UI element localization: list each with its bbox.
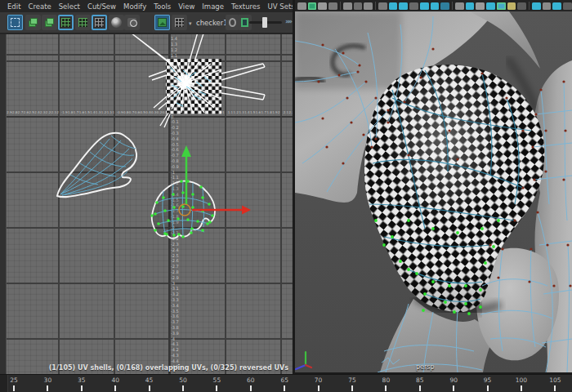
uv-left-edge-strip xyxy=(0,34,7,374)
viewport-toolbar-icon-17[interactable] xyxy=(455,2,464,10)
slider-handle[interactable] xyxy=(262,17,267,28)
sphere-icon xyxy=(111,17,122,28)
panel-divider[interactable] xyxy=(293,0,295,374)
image-icon xyxy=(158,18,167,27)
viewport-toolbar-icon-7[interactable] xyxy=(364,2,373,10)
frame-tick[interactable] xyxy=(318,385,320,391)
frame-number-label: 95 xyxy=(478,376,498,384)
maya-window: EditCreateSelectCut/SewModifyToolsViewIm… xyxy=(0,0,572,392)
frame-tick[interactable] xyxy=(487,385,489,391)
viewport-toolbar-icon-22[interactable] xyxy=(507,2,516,10)
menu-item-select[interactable]: Select xyxy=(59,2,80,11)
time-slider[interactable]: 253035404550556065707580859095100105 xyxy=(0,374,572,392)
green-grid-icon xyxy=(61,18,70,27)
viewport-toolbar-icon-10[interactable] xyxy=(389,2,398,10)
viewport-toolbar-icon-19[interactable] xyxy=(476,2,485,10)
frame-number-label: 90 xyxy=(444,376,463,384)
texture-borders-button[interactable] xyxy=(58,15,74,30)
x-axis-arrowhead[interactable] xyxy=(242,206,251,215)
frame-number-label: 50 xyxy=(173,376,193,384)
image-ratio-button[interactable] xyxy=(172,15,187,30)
frame-tick[interactable] xyxy=(554,385,556,391)
viewport-toolbar-icon-12[interactable] xyxy=(409,2,418,10)
frame-tick[interactable] xyxy=(216,385,217,391)
green-cube-arrow-icon xyxy=(45,18,54,27)
frame-tick[interactable] xyxy=(114,385,116,391)
menu-item-image[interactable]: Image xyxy=(202,2,224,11)
checker-texture-tile xyxy=(124,34,265,127)
expand-toolbar-chevrons[interactable]: »» xyxy=(285,17,291,25)
grid-display-button[interactable] xyxy=(75,15,91,30)
green-frame-icon xyxy=(241,18,248,27)
viewport-toolbar-icon-6[interactable] xyxy=(354,2,363,10)
menu-item-modify[interactable]: Modify xyxy=(123,2,146,11)
frame-tick[interactable] xyxy=(47,385,48,391)
viewport-toolbar-icon-13[interactable] xyxy=(420,2,429,10)
viewport-toolbar-icon-25[interactable] xyxy=(532,2,541,10)
green-cubes-icon xyxy=(29,18,38,27)
frame-tick[interactable] xyxy=(385,385,387,391)
checkered-tiles-button[interactable] xyxy=(92,15,107,30)
frame-number-label: 25 xyxy=(4,376,24,384)
menu-item-view[interactable]: View xyxy=(178,2,194,11)
viewport-toolbar-separator xyxy=(529,2,530,10)
uv-editor-menubar: EditCreateSelectCut/SewModifyToolsViewIm… xyxy=(0,0,293,12)
viewport-3d-view[interactable]: persp xyxy=(295,11,572,372)
viewport-toolbar-separator xyxy=(452,2,453,10)
frame-tick[interactable] xyxy=(13,385,15,391)
viewport-toolbar-icon-1[interactable] xyxy=(308,2,317,10)
viewport-toolbar-icon-15[interactable] xyxy=(440,2,449,10)
image-dim-slider[interactable] xyxy=(249,21,282,24)
frame-number-label: 70 xyxy=(309,376,328,384)
frame-number-label: 45 xyxy=(140,376,159,384)
frame-tick[interactable] xyxy=(250,385,252,391)
viewport-toolbar-icon-2[interactable] xyxy=(318,2,327,10)
dashed-square-icon xyxy=(11,18,20,27)
uv-canvas[interactable]: (1/105) UV shells, (0/168) overlapping U… xyxy=(0,34,293,374)
viewport-toolbar-icon-26[interactable] xyxy=(543,2,552,10)
frame-number-label: 30 xyxy=(38,376,57,384)
y-axis-arrowhead[interactable] xyxy=(181,145,191,157)
frame-tick[interactable] xyxy=(149,385,150,391)
frame-tick[interactable] xyxy=(351,385,353,391)
menu-item-tools[interactable]: Tools xyxy=(154,2,171,11)
frame-number-label: 75 xyxy=(342,376,362,384)
texture-dropdown-caret[interactable]: ▾ xyxy=(189,20,192,27)
frame-tick[interactable] xyxy=(182,385,184,391)
viewport-toolbar-icon-9[interactable] xyxy=(378,2,387,10)
menu-item-cut-sew[interactable]: Cut/Sew xyxy=(87,2,116,11)
frame-tick[interactable] xyxy=(81,385,83,391)
green-grid-icon xyxy=(78,18,87,27)
dim-image-button[interactable] xyxy=(109,15,124,30)
flip-uvs-button[interactable] xyxy=(42,15,57,30)
viewport-toolbar-icon-20[interactable] xyxy=(486,2,495,10)
frame-tick[interactable] xyxy=(521,385,522,391)
viewport-toolbar-icon-3[interactable] xyxy=(328,2,337,10)
viewport-toolbar-icon-18[interactable] xyxy=(466,2,475,10)
gray-grid-icon xyxy=(95,18,104,27)
frame-tick[interactable] xyxy=(419,385,421,391)
frame-number-label: 55 xyxy=(207,376,226,384)
uv-shell-select-button[interactable] xyxy=(7,15,23,30)
uv-shell-unselected[interactable] xyxy=(57,133,136,198)
viewport-toolbar-icon-5[interactable] xyxy=(343,2,352,10)
viewport-toolbar-icon-23[interactable] xyxy=(517,2,526,10)
viewport-toolbar-icon-0[interactable] xyxy=(297,2,306,10)
menu-item-create[interactable]: Create xyxy=(28,2,51,11)
uv-snapshot-button[interactable] xyxy=(124,15,140,30)
shaded-uvs-button[interactable] xyxy=(25,15,41,30)
menu-item-uv-sets[interactable]: UV Sets xyxy=(268,2,295,11)
viewport-toolbar-icon-28[interactable] xyxy=(563,2,572,10)
viewport-toolbar-icon-27[interactable] xyxy=(552,2,561,10)
frame-tick[interactable] xyxy=(453,385,454,391)
menu-item-edit[interactable]: Edit xyxy=(7,2,20,11)
frame-number-label: 100 xyxy=(512,376,531,384)
display-image-button[interactable] xyxy=(154,15,170,30)
viewport-toolbar-icon-11[interactable] xyxy=(399,2,408,10)
viewport-toolbar-icon-14[interactable] xyxy=(431,2,440,10)
perspective-viewport-panel: persp xyxy=(295,0,572,374)
viewport-toolbar-icon-21[interactable] xyxy=(497,2,506,10)
menu-item-textures[interactable]: Textures xyxy=(231,2,261,11)
uv-editor-toolbar: ▾ checker1 »» xyxy=(0,12,293,33)
frame-tick[interactable] xyxy=(284,385,285,391)
